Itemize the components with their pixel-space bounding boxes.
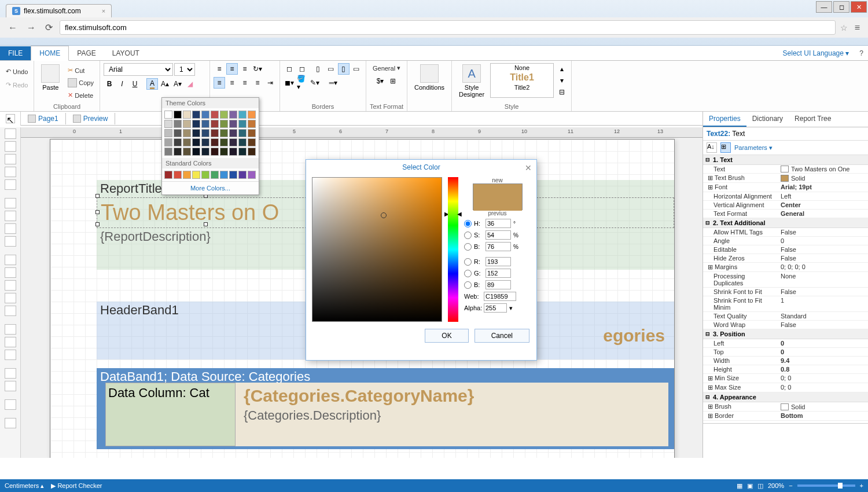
- color-swatch[interactable]: [183, 148, 191, 156]
- tool-17[interactable]: [5, 368, 16, 379]
- tool-15[interactable]: [5, 337, 16, 347]
- align-right-button[interactable]: ≡: [239, 77, 251, 89]
- tool-14[interactable]: [5, 324, 16, 335]
- align-top-button[interactable]: ≡: [214, 63, 225, 75]
- color-swatch[interactable]: [211, 171, 219, 179]
- color-swatch[interactable]: [164, 129, 172, 137]
- color-swatch[interactable]: [248, 111, 256, 119]
- color-swatch[interactable]: [183, 138, 191, 146]
- color-swatch[interactable]: [201, 138, 209, 146]
- tool-11[interactable]: [5, 280, 16, 291]
- color-swatch[interactable]: [248, 148, 256, 156]
- color-swatch[interactable]: [229, 129, 237, 137]
- redo-button[interactable]: ↷ Redo: [3, 80, 30, 90]
- border-style-button[interactable]: ═▾: [322, 77, 345, 89]
- color-swatch[interactable]: [183, 129, 191, 137]
- properties-tab[interactable]: Properties: [703, 112, 746, 127]
- align-center-button[interactable]: ≡: [226, 77, 238, 89]
- cut-button[interactable]: ✂ Cut: [65, 65, 96, 75]
- color-swatch[interactable]: [164, 171, 172, 179]
- color-swatch[interactable]: [201, 171, 209, 179]
- close-button[interactable]: ✕: [851, 1, 867, 13]
- language-selector[interactable]: Select UI Language ▾: [777, 46, 855, 60]
- tool-13[interactable]: [5, 306, 16, 316]
- color-swatch[interactable]: [238, 111, 247, 119]
- view-mode-1[interactable]: ▦: [737, 482, 742, 490]
- conditions-button[interactable]: Conditions: [411, 63, 448, 92]
- color-swatch[interactable]: [183, 120, 191, 128]
- style-more-button[interactable]: ⊟: [556, 86, 568, 98]
- color-swatch[interactable]: [174, 171, 182, 179]
- s-radio[interactable]: [464, 232, 472, 239]
- percent-button[interactable]: ⊞: [387, 75, 399, 87]
- color-swatch[interactable]: [174, 148, 182, 156]
- color-swatch[interactable]: [238, 129, 247, 137]
- tool-6[interactable]: [5, 211, 16, 221]
- color-swatch[interactable]: [174, 120, 182, 128]
- color-swatch[interactable]: [248, 129, 256, 137]
- color-swatch[interactable]: [248, 138, 256, 146]
- dictionary-tab[interactable]: Dictionary: [746, 112, 789, 127]
- color-swatch[interactable]: [238, 171, 247, 179]
- tool-10[interactable]: [5, 267, 16, 278]
- color-swatch[interactable]: [238, 148, 247, 156]
- color-cursor[interactable]: [381, 212, 387, 218]
- color-swatch[interactable]: [201, 129, 209, 137]
- color-swatch[interactable]: [211, 138, 219, 146]
- color-swatch[interactable]: [192, 148, 200, 156]
- color-swatch[interactable]: [238, 138, 247, 146]
- units-button[interactable]: Centimeters ▴: [5, 482, 44, 490]
- color-swatch[interactable]: [220, 171, 228, 179]
- bold-button[interactable]: B: [104, 78, 115, 90]
- property-grid[interactable]: ⊟1. Text TextTwo Masters on One ⊞ Text B…: [703, 155, 868, 423]
- categories-heading[interactable]: egories: [599, 325, 668, 347]
- pointer-tool-icon[interactable]: ↖: [6, 114, 15, 123]
- reload-button[interactable]: ⟳: [43, 21, 55, 34]
- color-swatch[interactable]: [164, 148, 172, 156]
- color-swatch[interactable]: [192, 138, 200, 146]
- g-input[interactable]: [486, 269, 511, 278]
- color-swatch[interactable]: [174, 138, 182, 146]
- color-swatch[interactable]: [211, 148, 219, 156]
- delete-button[interactable]: ✕ Delete: [65, 90, 96, 100]
- tool-3[interactable]: [5, 167, 16, 177]
- back-button[interactable]: ←: [6, 21, 20, 34]
- color-gradient[interactable]: [312, 177, 442, 322]
- color-swatch[interactable]: [211, 129, 219, 137]
- border-left-button[interactable]: ▯: [312, 63, 324, 75]
- border-none-button[interactable]: ◻: [296, 63, 308, 75]
- h-input[interactable]: [486, 219, 511, 228]
- border-right-button[interactable]: ▯: [338, 63, 350, 75]
- help-icon[interactable]: ?: [855, 46, 868, 60]
- fill-color-button[interactable]: 🪣▾: [296, 77, 308, 89]
- report-checker-button[interactable]: ▶ Report Checker: [51, 482, 102, 490]
- file-tab[interactable]: FILE: [0, 46, 31, 60]
- cancel-button[interactable]: Cancel: [475, 329, 529, 343]
- underline-button[interactable]: U: [129, 78, 141, 90]
- color-swatch[interactable]: [229, 111, 237, 119]
- align-justify-button[interactable]: ≡: [252, 77, 263, 89]
- style-designer-button[interactable]: A Style Designer: [455, 63, 488, 99]
- color-swatch[interactable]: [238, 120, 247, 128]
- r-radio[interactable]: [464, 258, 472, 266]
- minimize-button[interactable]: —: [816, 1, 832, 13]
- view-mode-3[interactable]: ◫: [757, 482, 763, 490]
- color-swatch[interactable]: [183, 171, 191, 179]
- color-swatch[interactable]: [192, 111, 200, 119]
- zoom-out-button[interactable]: −: [789, 482, 792, 489]
- hue-slider[interactable]: [448, 177, 458, 322]
- color-swatch[interactable]: [220, 148, 228, 156]
- font-size-select[interactable]: 19: [174, 63, 195, 76]
- web-input[interactable]: [484, 292, 516, 301]
- color-swatch[interactable]: [220, 129, 228, 137]
- color-swatch[interactable]: [201, 148, 209, 156]
- color-swatch[interactable]: [211, 120, 219, 128]
- tool-7[interactable]: [5, 223, 16, 234]
- maximize-button[interactable]: ◻: [833, 1, 849, 13]
- general-format-button[interactable]: General ▾: [370, 63, 403, 73]
- color-swatch[interactable]: [220, 138, 228, 146]
- color-swatch[interactable]: [248, 120, 256, 128]
- tool-18[interactable]: [5, 381, 16, 391]
- border-color-button[interactable]: ✎▾: [309, 77, 321, 89]
- bb-input[interactable]: [486, 280, 511, 289]
